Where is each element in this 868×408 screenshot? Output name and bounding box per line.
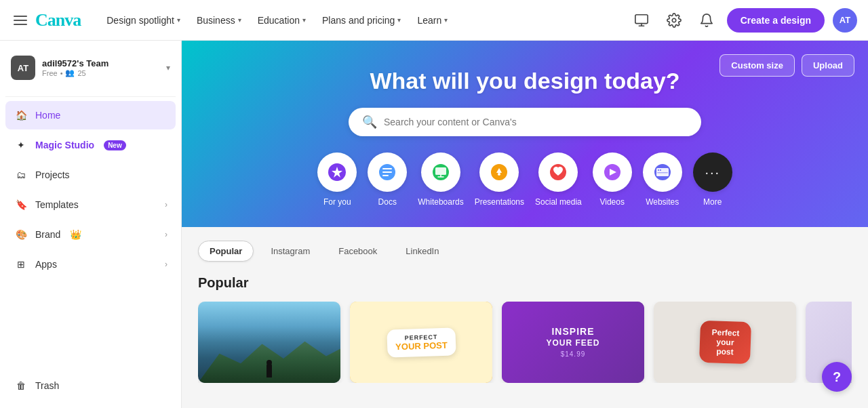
chevron-down-icon: ▾ [397,16,401,24]
sidebar-item-apps[interactable]: ⊞ Apps › [5,250,176,279]
create-design-button[interactable]: Create a design [727,8,825,33]
design-type-more[interactable]: ··· More [693,152,732,207]
team-info: adil9572's Team Free • 👥 25 [42,58,159,77]
team-sub: Free • 👥 25 [42,68,159,77]
svg-rect-4 [382,168,392,169]
nav-left: Canva Design spotlight ▾ Business ▾ Educ… [11,10,454,30]
template-card-landscape[interactable] [198,302,340,383]
home-icon: 🏠 [14,108,28,123]
for-you-label: For you [323,197,351,207]
videos-label: Videos [599,197,624,207]
design-type-websites[interactable]: Websites [643,152,682,207]
videos-icon [593,152,632,192]
apps-icon: ⊞ [14,257,28,272]
hero-section: Custom size Upload What will you design … [182,41,868,227]
upload-button[interactable]: Upload [802,54,854,77]
figure-silhouette [267,364,272,378]
design-type-docs[interactable]: Docs [368,152,407,207]
docs-label: Docs [378,197,397,207]
social-media-label: Social media [535,197,582,207]
help-button[interactable]: ? [822,362,852,392]
hero-buttons: Custom size Upload [719,54,854,77]
sidebar-item-projects[interactable]: 🗂 Projects [5,161,176,189]
filter-tab-facebook[interactable]: Facebook [327,241,389,262]
team-switcher[interactable]: AT adil9572's Team Free • 👥 25 ▾ [5,49,176,87]
chevron-down-icon: ▾ [302,16,306,24]
sidebar-item-magic-studio[interactable]: ✦ Magic Studio New [5,131,176,159]
search-input[interactable] [384,117,688,127]
crown-icon: 👑 [70,229,81,240]
main-content: Custom size Upload What will you design … [182,41,868,408]
canva-logo[interactable]: Canva [35,10,81,30]
svg-rect-17 [657,172,668,174]
sidebar-item-templates[interactable]: 🔖 Templates › [5,190,176,219]
chevron-down-icon: ▾ [166,63,170,73]
design-type-grid: For you Docs [317,152,732,207]
design-type-for-you[interactable]: For you [317,152,357,207]
design-type-presentations[interactable]: Presentations [475,152,524,207]
filter-tab-popular[interactable]: Popular [198,241,254,262]
projects-icon: 🗂 [14,167,28,182]
nav-education[interactable]: Education ▾ [251,11,313,30]
templates-icon: 🔖 [14,197,28,212]
nav-business[interactable]: Business ▾ [190,11,248,30]
custom-size-button[interactable]: Custom size [719,54,795,77]
hero-title: What will you design today? [370,68,679,94]
search-icon: 🔍 [362,115,377,129]
presentations-icon [479,152,519,192]
bell-icon[interactable] [694,8,719,33]
sidebar: AT adil9572's Team Free • 👥 25 ▾ 🏠 Home … [0,41,182,408]
docs-icon [368,152,407,192]
monitor-icon[interactable] [629,8,654,33]
sidebar-item-trash[interactable]: 🗑 Trash [5,371,176,400]
template-card-post-yellow[interactable]: PERFECT YOUR POST [350,302,492,383]
chevron-right-icon: › [165,200,167,209]
trash-icon: 🗑 [14,378,28,393]
design-type-videos[interactable]: Videos [593,152,632,207]
team-name: adil9572's Team [42,58,159,68]
new-badge: New [104,140,126,150]
whiteboards-icon [421,152,460,192]
sidebar-divider [5,96,176,97]
chevron-down-icon: ▾ [238,16,241,24]
svg-rect-5 [382,171,392,173]
main-layout: AT adil9572's Team Free • 👥 25 ▾ 🏠 Home … [0,41,868,408]
template-card-phone-red[interactable]: Perfectyourpost [654,302,796,383]
design-type-whiteboards[interactable]: Whiteboards [418,152,463,207]
sidebar-item-brand[interactable]: 🎨 Brand 👑 › [5,220,176,249]
top-navigation: Canva Design spotlight ▾ Business ▾ Educ… [0,0,868,41]
websites-label: Websites [646,197,679,207]
nav-right: Create a design AT [629,8,857,33]
presentations-label: Presentations [475,197,524,207]
nav-plans-pricing[interactable]: Plans and pricing ▾ [315,11,408,30]
filter-tab-linkedin[interactable]: LinkedIn [394,241,450,262]
nav-links: Design spotlight ▾ Business ▾ Education … [100,11,454,30]
hamburger-menu[interactable] [11,13,30,28]
sidebar-item-home[interactable]: 🏠 Home [5,101,176,129]
svg-rect-0 [635,14,648,23]
team-avatar: AT [11,56,35,80]
filter-tab-instagram[interactable]: Instagram [259,241,321,262]
chevron-right-icon: › [165,260,167,269]
filter-tabs: Popular Instagram Facebook LinkedIn [198,241,852,262]
search-bar: 🔍 [349,108,701,136]
svg-point-10 [498,173,500,176]
svg-point-15 [658,169,659,171]
for-you-icon [317,152,357,192]
more-label: More [703,197,722,207]
section-title-popular: Popular [198,275,852,291]
design-type-social-media[interactable]: Social media [535,152,582,207]
settings-icon[interactable] [662,8,686,33]
user-avatar[interactable]: AT [833,8,857,33]
svg-point-16 [660,169,661,171]
social-media-icon [538,152,578,192]
more-icon: ··· [693,152,732,192]
brand-icon: 🎨 [14,227,28,242]
websites-icon [643,152,682,192]
template-card-inspire[interactable]: INSPIRE YOUR FEED $14.99 [502,302,644,383]
svg-rect-6 [382,175,389,176]
whiteboards-label: Whiteboards [418,197,463,207]
nav-design-spotlight[interactable]: Design spotlight ▾ [100,11,187,30]
nav-learn[interactable]: Learn ▾ [410,11,454,30]
cards-row: PERFECT YOUR POST INSPIRE YOUR FEED $14.… [198,302,852,383]
